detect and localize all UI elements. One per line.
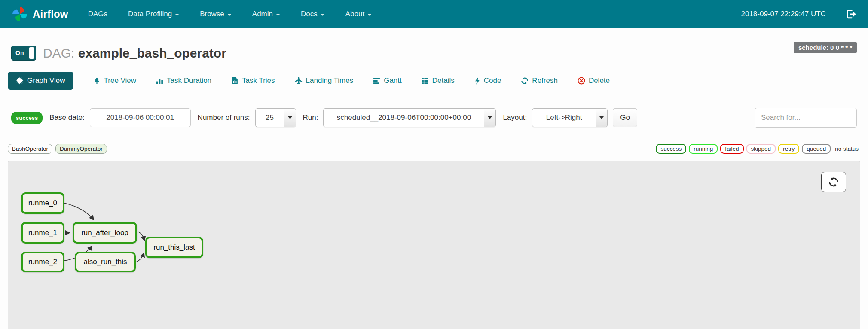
airflow-pinwheel-logo (11, 6, 28, 23)
menu-admin[interactable]: Admin (252, 10, 280, 18)
legend-state-queued: queued (802, 144, 831, 154)
airflow-graph-view-page: Airflow DAGs Data Profiling Browse Admin… (0, 0, 868, 329)
dag-name: example_bash_operator (78, 46, 226, 60)
state-legend: success running failed skipped retry que… (656, 144, 860, 154)
menu-browse[interactable]: Browse (200, 10, 232, 18)
refresh-icon (521, 77, 529, 85)
times-circle-icon (578, 77, 585, 85)
logout-icon[interactable] (846, 9, 856, 19)
top-navbar: Airflow DAGs Data Profiling Browse Admin… (0, 0, 868, 28)
tab-details[interactable]: Details (422, 76, 455, 85)
legend-state-no-status: no status (833, 145, 860, 153)
tab-gantt[interactable]: Gantt (373, 76, 402, 85)
base-date-label: Base date: (49, 113, 84, 122)
dag-graph-canvas[interactable]: runme_0 runme_1 runme_2 run_after_loop a… (8, 161, 860, 329)
menu-data-profiling[interactable]: Data Profiling (128, 10, 179, 18)
tab-landing-times[interactable]: Landing Times (295, 76, 354, 85)
num-runs-select[interactable]: 25 (255, 108, 296, 127)
layout-label: Layout: (503, 113, 527, 122)
select-caret-icon (484, 109, 495, 127)
num-runs-label: Number of runs: (198, 113, 250, 122)
dag-header: On DAG: example_bash_operator schedule: … (11, 46, 857, 61)
caret-down-icon (321, 14, 325, 16)
task-node-runme-0[interactable]: runme_0 (21, 192, 64, 214)
menu-about[interactable]: About (345, 10, 372, 18)
dag-prefix: DAG: (43, 46, 74, 60)
menu-dags[interactable]: DAGs (88, 10, 107, 18)
select-caret-icon (284, 109, 296, 127)
list-icon (422, 77, 429, 85)
task-node-run-this-last[interactable]: run_this_last (145, 237, 203, 258)
menu-docs[interactable]: Docs (301, 10, 325, 18)
tree-icon (93, 77, 101, 85)
legend-bash-operator: BashOperator (8, 144, 52, 154)
utc-clock: 2018-09-07 22:29:47 UTC (741, 10, 826, 18)
go-button[interactable]: Go (613, 108, 637, 127)
run-filter-bar: success Base date: Number of runs: 25 Ru… (11, 108, 857, 128)
airflow-brand[interactable]: Airflow (11, 6, 68, 23)
dag-status-badge: success (11, 112, 43, 124)
task-node-runme-2[interactable]: runme_2 (21, 252, 64, 272)
align-left-icon (373, 77, 380, 85)
graph-refresh-button[interactable] (821, 172, 846, 192)
caret-down-icon (175, 14, 179, 16)
tab-task-duration[interactable]: Task Duration (156, 76, 211, 85)
caret-down-icon (227, 14, 232, 16)
legend-bar: BashOperator DummyOperator success runni… (8, 144, 860, 154)
main-menu: DAGs Data Profiling Browse Admin Docs Ab… (88, 10, 372, 18)
view-tabs: Graph View Tree View Task Duration Task … (8, 72, 857, 90)
task-node-runme-1[interactable]: runme_1 (21, 222, 64, 244)
run-label: Run: (303, 113, 318, 122)
page-title: DAG: example_bash_operator (43, 46, 226, 61)
legend-state-success: success (656, 144, 686, 154)
dag-edges (8, 161, 861, 329)
file-chart-icon (231, 77, 238, 85)
plane-icon (295, 77, 303, 85)
run-select[interactable]: scheduled__2018-09-06T00:00:00+00:00 (323, 108, 496, 127)
legend-dummy-operator: DummyOperator (55, 144, 107, 154)
base-date-input[interactable] (90, 108, 191, 127)
search-input[interactable] (755, 108, 857, 128)
refresh-icon (828, 177, 839, 188)
tab-tree-view[interactable]: Tree View (93, 76, 137, 85)
legend-state-running: running (689, 144, 718, 154)
certificate-icon (16, 77, 24, 85)
select-caret-icon (596, 109, 607, 127)
legend-state-skipped: skipped (746, 144, 776, 154)
task-node-run-after-loop[interactable]: run_after_loop (73, 222, 137, 244)
layout-select[interactable]: Left->Right (532, 108, 608, 127)
tab-refresh[interactable]: Refresh (521, 76, 558, 85)
brand-name: Airflow (33, 8, 68, 20)
tab-delete[interactable]: Delete (578, 76, 610, 85)
schedule-badge: schedule: 0 0 * * * (794, 42, 857, 53)
bar-chart-icon (156, 77, 163, 85)
legend-state-retry: retry (778, 144, 799, 154)
caret-down-icon (367, 14, 372, 16)
task-node-also-run-this[interactable]: also_run_this (75, 252, 136, 272)
dag-pause-toggle[interactable]: On (11, 46, 36, 61)
tab-task-tries[interactable]: Task Tries (231, 76, 275, 85)
toggle-on-label: On (15, 49, 24, 56)
legend-state-failed: failed (720, 144, 743, 154)
toggle-knob (29, 47, 34, 59)
bolt-icon (474, 77, 480, 85)
caret-down-icon (276, 14, 280, 16)
tab-graph-view[interactable]: Graph View (8, 72, 73, 90)
tab-code[interactable]: Code (474, 76, 501, 85)
